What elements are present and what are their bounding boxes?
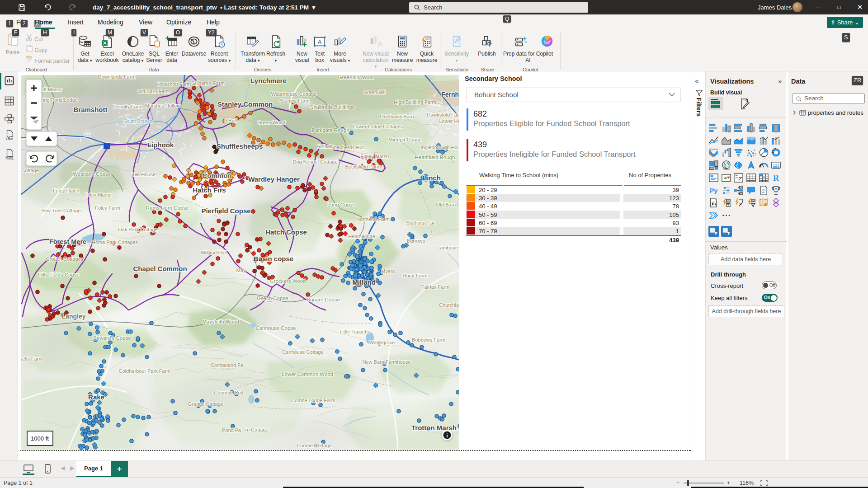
svg-text:Milland Hall: Milland Hall (201, 250, 227, 255)
svg-text:Penally Farm: Penally Farm (113, 104, 143, 109)
svg-text:TMDL: TMDL (5, 157, 14, 160)
svg-text:R: R (773, 174, 779, 183)
svg-text:Pierfield Copse: Pierfield Copse (201, 207, 250, 215)
svg-text:Bobbows Farm: Bobbows Farm (412, 337, 445, 343)
svg-text:Tile House: Tile House (132, 172, 156, 177)
svg-text:1000 ft: 1000 ft (31, 435, 49, 442)
svg-text:Green Hill: Green Hill (363, 89, 386, 95)
svg-text:Hawksfold Farm: Hawksfold Farm (427, 112, 459, 117)
svg-text:Old Barn Farm: Old Barn Farm (137, 89, 170, 94)
svg-text:Shulbrede Buildings: Shulbrede Buildings (310, 104, 354, 110)
svg-text:Langley: Langley (62, 313, 86, 320)
svg-text:Green Wood: Green Wood (257, 120, 285, 125)
svg-text:Greenhill Wood: Greenhill Wood (338, 75, 373, 80)
svg-text:Wardley Hanger: Wardley Hanger (248, 175, 300, 183)
svg-text:Northend Farm: Northend Farm (356, 216, 390, 222)
svg-text:Stanley Common: Stanley Common (217, 100, 273, 108)
svg-text:Home Park Cottages: Home Park Cottages (92, 239, 138, 245)
svg-text:Howshott Farm: Howshott Farm (157, 81, 191, 87)
svg-text:Foley Manor: Foley Manor (84, 192, 112, 197)
svg-text:Rams Horn Copse: Rams Horn Copse (146, 205, 189, 211)
svg-text:Canhouse Copse: Canhouse Copse (256, 325, 296, 331)
svg-text:Combeland Fa: Combeland Fa (211, 362, 244, 368)
svg-text:Forest Mere: Forest Mere (49, 238, 86, 245)
svg-text:A: A (317, 38, 322, 46)
svg-text:South Branch: South Branch (123, 118, 152, 124)
svg-text:May: May (236, 267, 246, 273)
svg-text:Coombe Cott: Coombe Cott (214, 390, 244, 395)
svg-text:Little Toppetts: Little Toppetts (340, 329, 370, 334)
svg-text:Lower Lodge Cottages: Lower Lodge Cottages (353, 124, 403, 129)
svg-text:Linch: Linch (423, 174, 441, 182)
svg-text:Stanley Farm: Stanley Farm (280, 98, 309, 103)
svg-text:wells Farm: wells Farm (21, 356, 43, 361)
svg-text:e Belt: e Belt (224, 118, 237, 123)
svg-text:Trotton Marsh: Trotton Marsh (411, 424, 457, 432)
svg-text:Lambourn: Lambourn (437, 245, 459, 250)
svg-text:Hilly Fields Copse: Hilly Fields Copse (38, 272, 80, 277)
svg-text:Beech Copse: Beech Copse (257, 296, 288, 301)
svg-text:Pond Fa: Pond Fa (222, 427, 241, 433)
svg-text:Lower Common Wood: Lower Common Wood (282, 371, 333, 377)
svg-text:Fairfax Farm: Fairfax Farm (421, 284, 449, 290)
svg-text:Crouch Cottages: Crouch Cottages (46, 256, 84, 262)
svg-text:Hirthell: Hirthell (317, 144, 332, 149)
svg-text:113: 113 (85, 132, 92, 137)
svg-text:Py: Py (710, 187, 718, 194)
svg-text:Long Copse: Long Copse (327, 202, 355, 207)
svg-text:Marshes Hollow: Marshes Hollow (145, 103, 180, 108)
svg-text:Old Barn C: Old Barn C (436, 202, 459, 207)
svg-text:Chapel Common: Chapel Common (133, 265, 187, 272)
svg-text:Lower Ha: Lower Ha (439, 118, 459, 124)
svg-text:Coldharbour Park Farm: Coldharbour Park Farm (119, 368, 171, 374)
svg-text:Square Copse: Square Copse (307, 297, 340, 302)
svg-text:Yew Tree Cottage: Yew Tree Cottage (41, 208, 80, 213)
svg-text:Foley Hatch: Foley Hatch (53, 188, 80, 193)
svg-text:Grange Cottage: Grange Cottage (188, 401, 223, 407)
svg-text:DAX: DAX (6, 137, 13, 141)
svg-text:Hatch Copse: Hatch Copse (265, 228, 307, 236)
svg-text:Heathfield Rough: Heathfield Rough (415, 155, 455, 160)
svg-text:Oak Park Cottage: Oak Park Cottage (118, 227, 157, 232)
svg-text:Watergrove: Watergrove (369, 340, 395, 345)
svg-text:Churchla: Churchla (439, 302, 459, 308)
svg-text:fx: fx (378, 40, 382, 47)
svg-text:High Building Farm: High Building Farm (394, 99, 436, 105)
svg-text:Myers: Myers (381, 268, 395, 274)
svg-text:Basin copse: Basin copse (254, 255, 293, 263)
svg-text:Canhouse Cottage: Canhouse Cottage (282, 349, 324, 355)
svg-text:Bramshott: Bramshott (73, 106, 107, 113)
svg-text:Becksfield Farm: Becksfield Farm (345, 164, 381, 169)
svg-text:Downlands Farm: Downlands Farm (98, 75, 135, 80)
svg-text:Lynchmere: Lynchmere (250, 77, 286, 84)
svg-text:Crockers Wood: Crockers Wood (270, 278, 306, 284)
svg-text:Westland Copse: Westland Copse (73, 171, 111, 177)
svg-text:Foley Farm: Foley Farm (95, 205, 120, 211)
svg-text:Rake: Rake (88, 393, 104, 401)
svg-text:Seward's Copse: Seward's Copse (93, 335, 131, 341)
svg-text:Finley Marsh: Finley Marsh (361, 154, 389, 159)
svg-text:Parkgate Rough: Parkgate Rough (311, 127, 349, 133)
svg-text:Ingleborough House: Ingleborough House (420, 145, 459, 150)
svg-text:rn Cottage: rn Cottage (245, 427, 268, 432)
svg-text:123: 123 (773, 163, 779, 168)
svg-text:Common: Common (203, 172, 232, 179)
svg-text:Maysleith Wood: Maysleith Wood (202, 319, 239, 324)
svg-text:Gillham's Farm: Gillham's Farm (191, 80, 225, 86)
svg-text:New Barn Farmhouse: New Barn Farmhouse (363, 359, 411, 365)
svg-text:Hatch Firs: Hatch Firs (193, 186, 226, 194)
svg-text:Dog Kennel Cottage: Dog Kennel Cottage (292, 159, 337, 164)
svg-text:Hurst Farm: Hurst Farm (403, 273, 428, 278)
svg-text:Waterhouse Cottage: Waterhouse Cottage (271, 91, 316, 97)
svg-text:Liphook: Liphook (147, 141, 174, 149)
svg-text:Combe Cottage: Combe Cottage (297, 443, 331, 448)
svg-text:n Cottage: n Cottage (21, 168, 39, 173)
svg-text:Burrows: Burrows (407, 238, 425, 244)
svg-text:Combe Lodge Farm: Combe Lodge Farm (291, 398, 335, 403)
svg-text:Shufflesheeps: Shufflesheeps (217, 142, 263, 150)
svg-text:Heatherside: Heatherside (348, 234, 375, 239)
svg-text:Fernhu: Fernhu (441, 91, 459, 98)
svg-text:Milland: Milland (352, 278, 376, 286)
svg-text:Shepherds Hut: Shepherds Hut (330, 145, 363, 150)
svg-text:Goldhawk Barn: Goldhawk Barn (380, 114, 414, 119)
